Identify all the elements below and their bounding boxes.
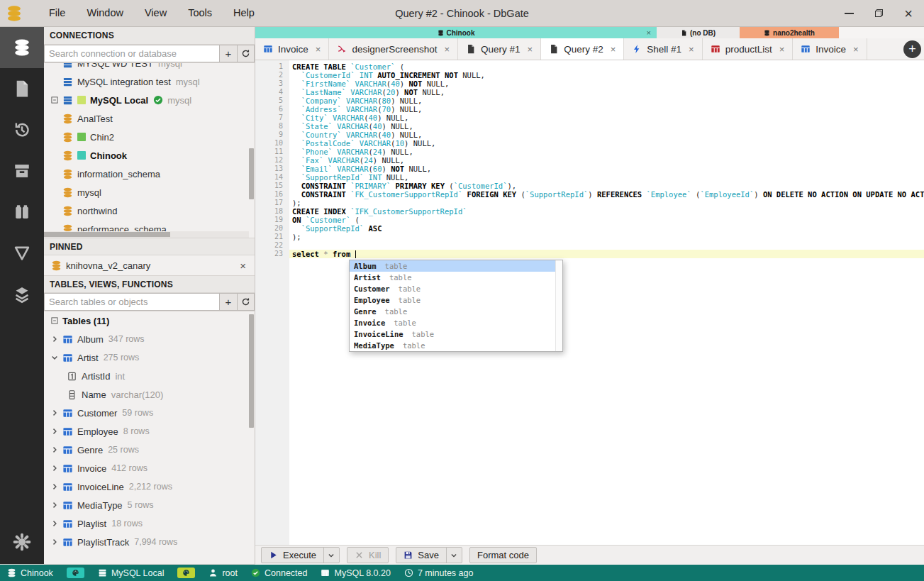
connection-item[interactable]: MySQL Localmysql: [44, 91, 255, 109]
activity-archive-icon[interactable]: [0, 150, 44, 192]
tables-vertical-scrollbar[interactable]: [248, 311, 255, 556]
table-item[interactable]: Album347 rows: [44, 330, 255, 348]
chevron-right-icon[interactable]: [50, 519, 60, 529]
activity-gear-icon[interactable]: [0, 521, 44, 563]
activity-filter-icon[interactable]: [0, 233, 44, 274]
chevron-right-icon[interactable]: [50, 426, 60, 436]
menu-file[interactable]: File: [38, 0, 76, 26]
connection-item[interactable]: Chin2: [44, 128, 255, 146]
autocomplete-scrollbar[interactable]: [555, 260, 562, 351]
close-button[interactable]: ×: [903, 8, 914, 19]
format-code-button[interactable]: Format code: [469, 547, 537, 563]
autocomplete-item[interactable]: Employeetable: [350, 294, 562, 306]
chevron-right-icon[interactable]: [50, 463, 60, 473]
save-button[interactable]: Save: [396, 547, 462, 563]
close-tab-icon[interactable]: ×: [528, 44, 533, 55]
add-connection-button[interactable]: +: [219, 45, 237, 62]
menu-window[interactable]: Window: [76, 0, 134, 26]
table-item[interactable]: InvoiceLine2,212 rows: [44, 477, 255, 496]
tab-productList[interactable]: productList×: [703, 38, 794, 60]
autocomplete-item[interactable]: Genretable: [350, 306, 562, 317]
chevron-down-icon[interactable]: [50, 353, 60, 363]
table-item[interactable]: Playlist18 rows: [44, 514, 255, 533]
close-tab-icon[interactable]: ×: [853, 44, 859, 55]
tab-Query #1[interactable]: Query #1×: [458, 38, 541, 60]
connections-search-input[interactable]: [44, 45, 219, 62]
close-tab-icon[interactable]: ×: [611, 44, 616, 55]
connection-item[interactable]: mysql: [44, 183, 255, 201]
connection-item[interactable]: information_schema: [44, 165, 255, 183]
execute-button[interactable]: Execute: [261, 547, 340, 563]
autocomplete-item[interactable]: Customertable: [350, 283, 562, 294]
dropdown-chevron-icon[interactable]: [446, 548, 462, 563]
close-tab-icon[interactable]: ×: [779, 44, 785, 55]
sql-editor[interactable]: 1234567891011121314151617181920212223 CR…: [255, 60, 924, 545]
connections-horizontal-scrollbar[interactable]: [44, 231, 249, 238]
minimize-button[interactable]: [843, 8, 855, 19]
close-tab-icon[interactable]: ×: [444, 44, 450, 55]
tab-Query #2[interactable]: Query #2×: [541, 38, 624, 60]
expander-minus-icon[interactable]: [50, 95, 60, 105]
unpin-close-icon[interactable]: ×: [240, 260, 246, 272]
tab-Shell #1[interactable]: Shell #1×: [624, 38, 702, 60]
tab-group-Chinook[interactable]: Chinook×: [255, 27, 657, 38]
chevron-right-icon[interactable]: [50, 500, 60, 510]
tab-Invoice[interactable]: Invoice×: [255, 38, 329, 60]
refresh-objects-button[interactable]: [237, 293, 255, 311]
table-item[interactable]: Customer59 rows: [44, 404, 255, 422]
autocomplete-item[interactable]: MediaTypetable: [350, 340, 562, 351]
chevron-right-icon[interactable]: [50, 537, 60, 547]
table-item[interactable]: Artist275 rows: [44, 348, 255, 367]
color-swatch-button[interactable]: [177, 568, 195, 578]
tables-group-row[interactable]: Tables (11): [44, 311, 255, 330]
activity-plugins-icon[interactable]: [0, 192, 44, 233]
connection-item[interactable]: MYSQL WD TESTmysql: [44, 63, 255, 72]
refresh-connections-button[interactable]: [237, 45, 255, 62]
expander-minus-icon[interactable]: [50, 316, 60, 326]
pinned-item[interactable]: knihovna_v2_canary×: [44, 255, 255, 275]
activity-database-icon[interactable]: [0, 27, 44, 68]
chevron-right-icon[interactable]: [50, 445, 60, 455]
new-tab-button[interactable]: +: [903, 40, 921, 58]
activity-layers-icon[interactable]: [0, 274, 44, 315]
column-item[interactable]: Namevarchar(120): [44, 385, 255, 404]
tab-group-(no DB)[interactable]: (no DB): [657, 27, 740, 38]
autocomplete-item[interactable]: Invoicetable: [350, 317, 562, 328]
connections-vertical-scrollbar[interactable]: [248, 140, 255, 238]
objects-search-input[interactable]: [44, 293, 219, 311]
chevron-right-icon[interactable]: [50, 334, 60, 344]
table-item[interactable]: PlaylistTrack7,994 rows: [44, 533, 255, 551]
autocomplete-item[interactable]: InvoiceLinetable: [350, 328, 562, 340]
table-item[interactable]: Invoice412 rows: [44, 459, 255, 477]
column-item[interactable]: ArtistIdint: [44, 367, 255, 385]
close-group-icon[interactable]: ×: [647, 28, 651, 37]
add-object-button[interactable]: +: [219, 293, 237, 311]
table-item[interactable]: MediaType5 rows: [44, 496, 255, 514]
status-root[interactable]: root: [208, 568, 238, 578]
chevron-right-icon[interactable]: [50, 408, 60, 418]
connection-item[interactable]: AnalTest: [44, 109, 255, 128]
activity-history-icon[interactable]: [0, 109, 44, 150]
close-tab-icon[interactable]: ×: [689, 44, 694, 55]
autocomplete-item[interactable]: Artisttable: [350, 272, 562, 283]
tab-designerScreenshot[interactable]: designerScreenshot×: [329, 38, 458, 60]
chevron-right-icon[interactable]: [50, 482, 60, 492]
connection-item[interactable]: northwind: [44, 201, 255, 220]
menu-help[interactable]: Help: [223, 0, 265, 26]
color-swatch-button[interactable]: [67, 568, 84, 578]
table-item[interactable]: Genre25 rows: [44, 441, 255, 459]
autocomplete-item[interactable]: Albumtable: [350, 260, 562, 272]
maximize-button[interactable]: [873, 8, 884, 19]
tab-group-nano2health[interactable]: nano2health: [740, 27, 839, 38]
close-tab-icon[interactable]: ×: [316, 44, 321, 55]
table-item[interactable]: Employee8 rows: [44, 422, 255, 441]
connection-item[interactable]: MySQL integration testmysql: [44, 72, 255, 91]
menu-tools[interactable]: Tools: [177, 0, 223, 26]
connection-item[interactable]: Chinook: [44, 146, 255, 165]
activity-file-icon[interactable]: [0, 68, 44, 109]
status-mysql-local[interactable]: MySQL Local: [98, 568, 165, 578]
status-chinook[interactable]: Chinook: [7, 568, 53, 578]
menu-view[interactable]: View: [134, 0, 177, 26]
tab-Invoice[interactable]: Invoice×: [793, 38, 867, 60]
dropdown-chevron-icon[interactable]: [323, 548, 339, 563]
